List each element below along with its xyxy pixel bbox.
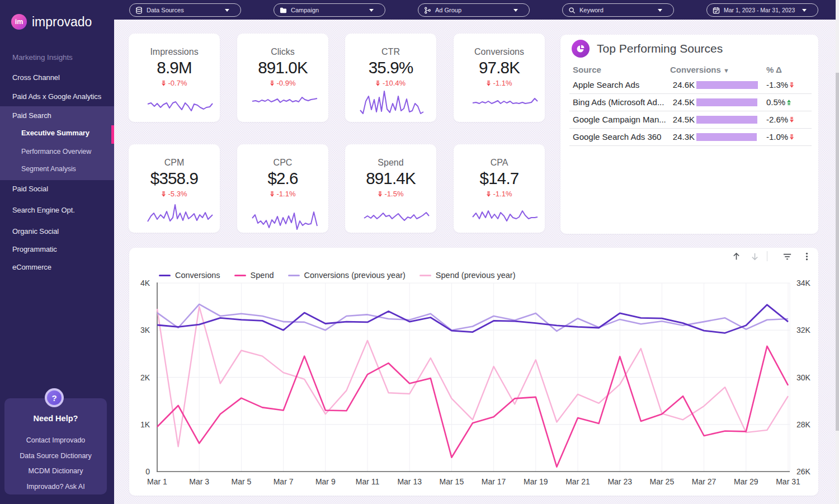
svg-text:Mar 19: Mar 19	[524, 477, 548, 486]
svg-text:0: 0	[145, 467, 150, 476]
svg-text:3K: 3K	[140, 326, 150, 335]
svg-text:Mar 15: Mar 15	[440, 477, 464, 486]
svg-text:28K: 28K	[796, 420, 811, 429]
svg-text:Mar 7: Mar 7	[274, 477, 294, 486]
svg-text:30K: 30K	[796, 373, 811, 382]
svg-text:26K: 26K	[796, 467, 811, 476]
svg-text:Mar 9: Mar 9	[315, 477, 336, 486]
svg-text:Mar 21: Mar 21	[565, 477, 590, 486]
svg-text:Mar 27: Mar 27	[692, 477, 717, 486]
svg-text:Mar 25: Mar 25	[650, 477, 675, 486]
svg-text:Mar 3: Mar 3	[189, 477, 209, 486]
svg-text:Mar 13: Mar 13	[397, 477, 422, 486]
svg-text:Mar 23: Mar 23	[607, 477, 632, 486]
svg-text:Mar 11: Mar 11	[356, 477, 380, 486]
svg-text:Mar 1: Mar 1	[147, 477, 167, 486]
svg-text:Mar 31: Mar 31	[776, 477, 800, 486]
svg-text:32K: 32K	[796, 326, 811, 335]
svg-text:Mar 29: Mar 29	[734, 477, 758, 486]
svg-text:1K: 1K	[140, 420, 150, 429]
svg-text:4K: 4K	[140, 279, 150, 288]
svg-text:Mar 17: Mar 17	[482, 477, 506, 486]
svg-text:Mar 5: Mar 5	[232, 477, 252, 486]
svg-text:34K: 34K	[796, 279, 811, 288]
svg-text:2K: 2K	[140, 373, 150, 382]
